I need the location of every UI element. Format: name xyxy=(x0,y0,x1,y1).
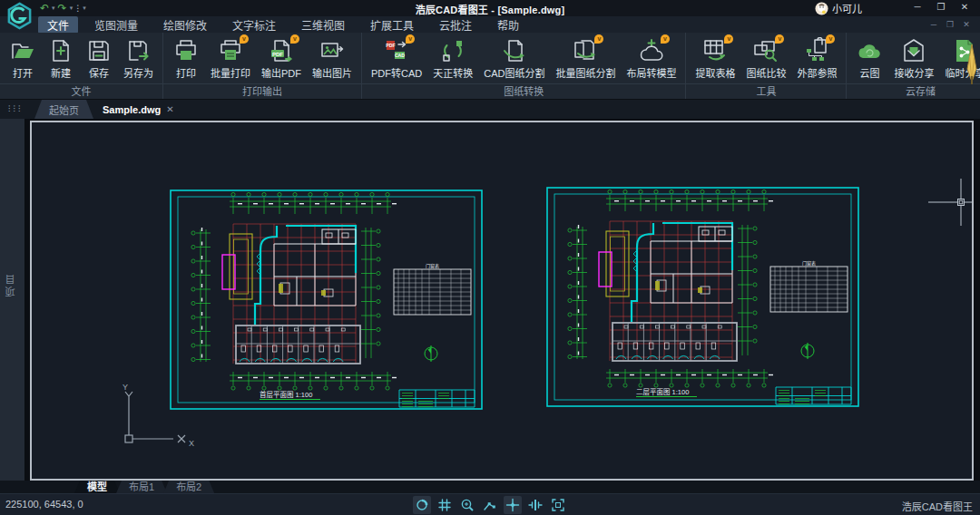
vip-badge: v xyxy=(290,34,299,44)
cadsplit-icon xyxy=(501,37,528,64)
fullscreen-icon[interactable] xyxy=(549,496,567,514)
svg-text:PDF: PDF xyxy=(272,52,283,57)
exportimg-icon xyxy=(318,37,346,64)
menu-item-4[interactable]: 三维视图 xyxy=(292,16,354,34)
vip-badge: v xyxy=(661,34,670,44)
ribbon-button-compare[interactable]: v 图纸比较 xyxy=(740,35,791,82)
menu-item-3[interactable]: 文字标注 xyxy=(223,16,285,34)
drawing-viewport[interactable]: 首层平面图 1:100 门窗表 二层平面图 1:100 门窗表 Y X xyxy=(30,121,974,481)
floor-plan-0: 首层平面图 1:100 门窗表 xyxy=(171,190,482,409)
cloud-icon xyxy=(856,37,883,64)
doc-tab-0[interactable]: 起始页 xyxy=(34,100,93,119)
tianzheng-icon xyxy=(439,37,466,64)
zoom-icon[interactable] xyxy=(458,496,476,514)
ribbon-group-name: 图纸转换 xyxy=(362,83,685,99)
new-icon xyxy=(47,37,74,64)
menu-item-7[interactable]: 帮助 xyxy=(488,16,528,34)
ribbon-group-name: 文件 xyxy=(0,83,162,99)
ribbon-button-print[interactable]: 打印 xyxy=(167,35,205,82)
minimize-button[interactable]: ─ xyxy=(906,0,929,15)
ribbon-button-layout2model[interactable]: v 布局转模型 xyxy=(621,35,681,82)
vip-badge: v xyxy=(826,34,835,44)
doc-close-button[interactable]: ✕ xyxy=(958,18,975,31)
doc-restore-button[interactable]: ❐ xyxy=(942,18,958,31)
ribbon-group-0: 打开 新建 保存 另存为 文件 xyxy=(0,33,163,99)
plan-title: 首层平面图 1:100 xyxy=(260,390,312,399)
user-name: 小可儿 xyxy=(832,1,862,15)
ribbon-toolbar: 打开 新建 保存 另存为 文件 打印 xyxy=(0,33,980,100)
menu-item-5[interactable]: 扩展工具 xyxy=(361,16,423,34)
close-button[interactable]: ✕ xyxy=(953,0,976,15)
svg-text:Y: Y xyxy=(122,383,128,392)
receive-icon xyxy=(900,37,927,64)
svg-text:CAD: CAD xyxy=(395,53,405,58)
ribbon-button-batchsplit[interactable]: v 批量图纸分割 xyxy=(550,35,621,82)
main-area: 项目 首层平面图 1:100 门窗表 二层平面图 1:100 门窗表 Y X xyxy=(0,119,980,481)
ribbon-button-open[interactable]: 打开 xyxy=(4,35,42,82)
layout-tab-0[interactable]: 模型 xyxy=(74,481,120,493)
table-icon: v xyxy=(701,37,729,64)
restore-button[interactable]: ❐ xyxy=(929,0,953,15)
ribbon-button-new[interactable]: 新建 xyxy=(42,35,80,82)
menu-item-1[interactable]: 览图测量 xyxy=(85,16,147,34)
app-logo-icon xyxy=(5,2,34,30)
vip-badge: v xyxy=(775,34,784,44)
doc-minimize-button[interactable]: ─ xyxy=(926,18,942,31)
layout-tab-1[interactable]: 布局1 xyxy=(116,481,167,493)
menu-item-2[interactable]: 绘图修改 xyxy=(154,16,216,34)
ribbon-group-name: 工具 xyxy=(686,83,846,99)
menu-item-6[interactable]: 云批注 xyxy=(430,16,481,34)
status-toggles xyxy=(413,496,567,514)
ribbon-button-table[interactable]: v 提取表格 xyxy=(690,35,740,82)
ribbon-button-receive[interactable]: 接收分享 xyxy=(888,35,939,82)
ribbon-button-exportpdf[interactable]: PDF v 输出PDF xyxy=(256,35,307,82)
schedule-table-title: 门窗表 xyxy=(426,263,439,269)
user-account[interactable]: 小可儿 xyxy=(815,1,862,15)
panel-grip-icon[interactable]: ᎒᎒᎒ xyxy=(7,104,23,113)
status-bar: 225100, 64543, 0 浩辰CAD看图王 xyxy=(0,493,980,515)
orbit-icon[interactable] xyxy=(413,496,431,514)
ribbon-button-xref[interactable]: v 外部参照 xyxy=(791,35,842,82)
schedule-table-title: 门窗表 xyxy=(802,260,816,267)
plan-title: 二层平面图 1:100 xyxy=(636,388,689,396)
ribbon-group-2: PDFCAD v PDF转CAD 天正转换 CAD图纸分割 v 批量图纸分割 xyxy=(362,33,686,99)
ribbon-button-save[interactable]: 保存 xyxy=(80,35,118,82)
crosshair-icon[interactable] xyxy=(504,496,522,514)
tab-close-icon[interactable]: ✕ xyxy=(166,104,173,114)
grid-icon[interactable] xyxy=(436,496,454,514)
ribbon-button-exportimg[interactable]: 输出图片 xyxy=(307,35,358,82)
pen-cursor-icon xyxy=(964,44,980,89)
ribbon-group-1: 打印 v 批量打印 PDF v 输出PDF 输出图片 打印输出 xyxy=(163,33,362,99)
ribbon-button-saveas[interactable]: 另存为 xyxy=(118,35,159,82)
sidebar-label: 项目 xyxy=(4,273,22,296)
ribbon-group-3: v 提取表格 v 图纸比较 v 外部参照 工具 xyxy=(686,33,847,99)
ribbon-button-pdf2cad[interactable]: PDFCAD v PDF转CAD xyxy=(366,35,427,82)
ribbon-button-cloud[interactable]: 云图 xyxy=(850,35,888,82)
title-bar: ↶ ▾ ↷ ▾ ᎒ ▾ 浩辰CAD看图王 - [Sample.dwg] 小可儿 … xyxy=(0,0,980,16)
ucs-icon: Y X xyxy=(122,383,194,448)
coordinates-readout: 225100, 64543, 0 xyxy=(5,499,83,510)
svg-text:X: X xyxy=(189,439,194,448)
window-controls: ─ ❐ ✕ xyxy=(906,0,976,15)
distribute-icon[interactable] xyxy=(526,496,544,514)
ribbon-button-batchprint[interactable]: v 批量打印 xyxy=(205,35,256,82)
project-sidebar[interactable]: 项目 xyxy=(0,119,25,481)
polyline-icon[interactable] xyxy=(481,496,499,514)
document-tab-bar: ᎒᎒᎒ 起始页 Sample.dwg ✕ xyxy=(0,100,980,119)
open-icon xyxy=(9,37,36,64)
app-window: { "titlebar": { "title": "浩辰CAD看图王 - [Sa… xyxy=(0,0,980,515)
doc-tab-1[interactable]: Sample.dwg ✕ xyxy=(88,100,189,119)
ribbon-button-cadsplit[interactable]: CAD图纸分割 xyxy=(478,35,550,82)
vip-badge: v xyxy=(724,34,733,44)
layout-tab-2[interactable]: 布局2 xyxy=(163,481,214,493)
document-window-controls: ─ ❐ ✕ xyxy=(926,18,975,31)
ribbon-group-4: 云图 接收分享 临时分享 云存储 xyxy=(847,33,980,99)
saveas-icon xyxy=(125,37,152,64)
avatar xyxy=(815,2,828,15)
ribbon-button-tianzheng[interactable]: 天正转换 xyxy=(427,35,478,82)
layout-tab-bar: 模型布局1布局2 xyxy=(0,481,980,493)
exportpdf-icon: PDF v xyxy=(268,37,295,64)
layout2model-icon: v xyxy=(638,37,665,64)
menu-item-0[interactable]: 文件 xyxy=(38,16,78,34)
save-icon xyxy=(85,37,113,64)
